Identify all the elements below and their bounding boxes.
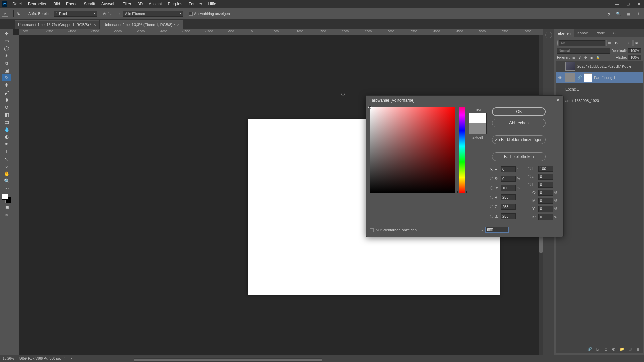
saturation-value-field[interactable] xyxy=(370,107,455,193)
tool-wand[interactable]: ✶ xyxy=(2,52,11,59)
r-input[interactable] xyxy=(501,194,516,200)
home-icon[interactable]: ⌂ xyxy=(2,11,8,17)
share-icon[interactable]: ⇪ xyxy=(635,10,642,17)
link-layers-icon[interactable]: 🔗 xyxy=(587,347,592,352)
layer-row[interactable]: Ebene 1 xyxy=(556,83,643,95)
lab-a-radio[interactable] xyxy=(528,175,531,178)
status-chevron-icon[interactable]: › xyxy=(71,357,72,360)
hue-slider[interactable] xyxy=(459,107,465,193)
group-icon[interactable]: 📁 xyxy=(619,347,625,352)
tool-eraser[interactable]: ◧ xyxy=(2,111,11,118)
dialog-titlebar[interactable]: Farbwähler (Volltonfarbe) ✕ xyxy=(366,96,563,105)
menu-plugins[interactable]: Plug-ins xyxy=(165,2,185,6)
layer-thumbnail[interactable] xyxy=(565,73,575,82)
close-window-button[interactable]: ✕ xyxy=(633,0,644,8)
minimize-button[interactable]: — xyxy=(612,0,623,8)
eyedropper-tool-icon[interactable]: ✎ xyxy=(16,11,20,16)
maximize-button[interactable]: ▢ xyxy=(623,0,633,8)
rgb-b-radio[interactable] xyxy=(490,215,493,218)
lock-pos-icon[interactable]: ✥ xyxy=(583,55,588,60)
tool-pen[interactable]: ✒ xyxy=(2,141,11,147)
ruler-vertical[interactable] xyxy=(13,35,19,355)
filter-shape-icon[interactable]: ▢ xyxy=(627,40,633,46)
tool-gradient[interactable]: ▤ xyxy=(2,119,11,125)
l-input[interactable] xyxy=(538,166,553,172)
fx-icon[interactable]: fx xyxy=(595,347,600,352)
layer-name[interactable]: Farbfüllung 1 xyxy=(594,76,615,80)
color-libraries-button[interactable]: Farbbibliotheken xyxy=(492,152,546,161)
menu-image[interactable]: Bild xyxy=(50,2,63,6)
filter-type-icon[interactable]: T xyxy=(620,40,626,46)
tool-eyedropper[interactable]: ✎ xyxy=(2,74,11,81)
color-swatches[interactable] xyxy=(2,194,11,203)
tab-channels[interactable]: Kanäle xyxy=(574,29,592,37)
bv-input[interactable] xyxy=(501,185,516,191)
lab-l-radio[interactable] xyxy=(528,167,531,170)
lock-pixels-icon[interactable]: 🖌 xyxy=(577,55,582,60)
delete-icon[interactable]: 🗑 xyxy=(635,347,641,352)
document-tab[interactable]: Unbenannt-1 bei 18,7% (Gruppe 1, RGB/8) … xyxy=(15,20,99,29)
lock-nest-icon[interactable]: ▣ xyxy=(589,55,594,60)
close-icon[interactable]: ✕ xyxy=(556,98,560,103)
blend-mode-select[interactable]: Normal xyxy=(557,48,610,54)
document-tab[interactable]: Unbenannt-2 bei 13,3% (Ebene 1, RGB/8) *… xyxy=(100,20,183,29)
layer-row[interactable]: adult-1852908_1920 xyxy=(556,95,643,106)
tool-stamp[interactable]: ⧯ xyxy=(2,97,11,103)
layer-row[interactable]: 26ab471dd8c52…7828df7 Kopie xyxy=(556,61,643,72)
show-ring-checkbox[interactable]: ✓ xyxy=(189,12,193,16)
g-input[interactable] xyxy=(501,204,516,210)
hsb-s-radio[interactable] xyxy=(490,177,493,180)
m-input[interactable] xyxy=(538,198,553,204)
tool-type[interactable]: T xyxy=(2,148,11,155)
scrollbar-horizontal[interactable] xyxy=(134,358,322,362)
menu-view[interactable]: Ansicht xyxy=(146,2,165,6)
filter-smart-icon[interactable]: ▣ xyxy=(633,40,639,46)
sample-layers-select[interactable]: Alle Ebenen xyxy=(123,11,183,17)
tool-dodge[interactable]: ◐ xyxy=(2,133,11,140)
menu-edit[interactable]: Bearbeiten xyxy=(25,2,50,6)
adjustment-icon[interactable]: ◐ xyxy=(611,347,616,352)
hsb-b-radio[interactable] xyxy=(490,186,493,190)
panel-menu-icon[interactable]: ☰ xyxy=(637,29,644,37)
tool-heal[interactable]: ✚ xyxy=(2,82,11,88)
current-color-swatch[interactable] xyxy=(469,123,486,134)
k-input[interactable] xyxy=(538,214,553,220)
ok-button[interactable]: OK xyxy=(492,107,546,116)
tool-frame[interactable]: ▣ xyxy=(2,67,11,74)
menu-file[interactable]: Datei xyxy=(9,2,25,6)
menu-help[interactable]: Hilfe xyxy=(205,2,219,6)
tool-more[interactable]: ⋯ xyxy=(2,185,11,192)
sample-size-select[interactable]: 1 Pixel xyxy=(54,11,97,17)
filter-pixel-icon[interactable]: ▦ xyxy=(606,40,612,46)
tool-quickmask[interactable]: ▣ xyxy=(2,204,11,210)
web-colors-checkbox[interactable] xyxy=(370,228,374,232)
lab-b-input[interactable] xyxy=(538,182,553,188)
menu-layer[interactable]: Ebene xyxy=(63,2,81,6)
bb-input[interactable] xyxy=(501,213,516,219)
tool-lasso[interactable]: ◯ xyxy=(2,45,11,52)
tab-paths[interactable]: Pfade xyxy=(592,29,608,37)
add-swatch-button[interactable]: Zu Farbfeldern hinzufügen xyxy=(492,135,546,144)
tool-hand[interactable]: ✋ xyxy=(2,170,11,177)
layer-row[interactable]: 👁 🔗 Farbfüllung 1 xyxy=(556,72,643,83)
lock-trans-icon[interactable]: ▦ xyxy=(571,55,576,60)
cancel-button[interactable]: Abbrechen xyxy=(492,119,546,127)
h-input[interactable] xyxy=(501,166,516,172)
menu-filter[interactable]: Filter xyxy=(119,2,135,6)
layer-name[interactable]: Ebene 1 xyxy=(565,87,579,91)
rgb-g-radio[interactable] xyxy=(490,205,493,208)
tool-history[interactable]: ↺ xyxy=(2,104,11,111)
search-icon[interactable]: 🔍 xyxy=(615,10,622,17)
tool-shape[interactable]: ○ xyxy=(2,163,11,170)
tool-brush[interactable]: 🖌 xyxy=(2,89,11,96)
c-input[interactable] xyxy=(538,190,553,196)
tool-path[interactable]: ↖ xyxy=(2,156,11,162)
tool-screenmode[interactable]: ⧈ xyxy=(2,211,11,218)
tool-blur[interactable]: 💧 xyxy=(2,126,11,133)
tool-move[interactable]: ✥ xyxy=(2,30,11,37)
collapsed-panel-icon[interactable] xyxy=(545,32,552,38)
lock-all-icon[interactable]: 🔒 xyxy=(595,55,600,60)
layer-name[interactable]: 26ab471dd8c52…7828df7 Kopie xyxy=(577,64,631,68)
a-input[interactable] xyxy=(538,174,553,180)
y-input[interactable] xyxy=(538,206,553,212)
